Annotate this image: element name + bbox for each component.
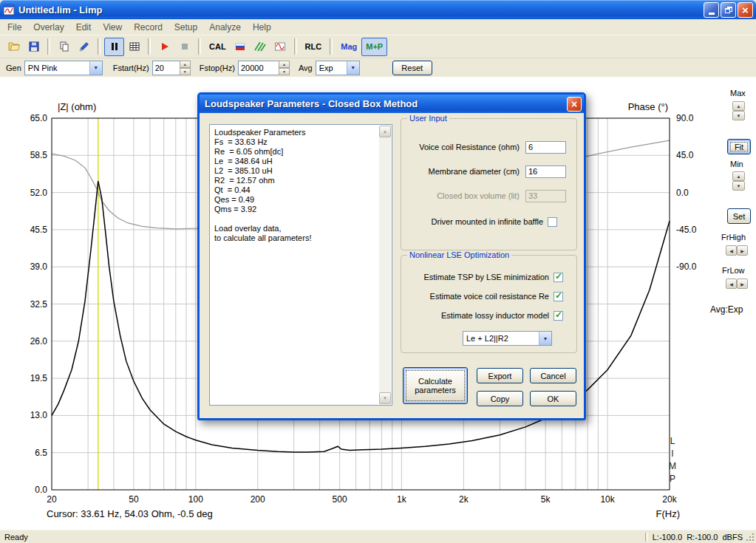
svg-text:0.0: 0.0	[676, 188, 689, 198]
edit-pen-button[interactable]	[74, 38, 94, 56]
membrane-diameter-row: Membrane diameter (cm)	[406, 165, 566, 178]
signal-generator-button[interactable]	[270, 38, 290, 56]
voice-coil-resistance-row: Voice coil Resistance (ohm)	[406, 140, 566, 154]
title-bar: Untitled.lim - Limp ×	[0, 0, 756, 19]
minimize-button[interactable]	[704, 2, 719, 18]
svg-text:58.5: 58.5	[30, 150, 48, 160]
estimate-re-checkbox[interactable]	[554, 292, 563, 301]
copy-button[interactable]: Copy	[477, 391, 523, 406]
menu-view[interactable]: View	[97, 21, 128, 34]
spin-up-icon[interactable]: ▲	[279, 61, 290, 68]
infinite-baffle-checkbox[interactable]	[548, 217, 557, 227]
svg-text:39.0: 39.0	[30, 262, 48, 272]
menu-help[interactable]: Help	[247, 21, 277, 34]
estimate-inductor-checkbox[interactable]	[554, 311, 563, 321]
play-icon	[159, 41, 171, 52]
open-folder-icon	[8, 41, 20, 52]
spin-up-icon[interactable]: ▲	[180, 61, 191, 68]
dialog-close-button[interactable]: ×	[567, 97, 582, 112]
closed-box-volume-input	[525, 190, 566, 202]
fstop-spinner[interactable]: ▲ ▼	[279, 61, 290, 75]
min-label: Min	[730, 160, 743, 168]
parameters-textbox[interactable]: Loudspeaker Parameters Fs = 33.63 Hz Re …	[209, 124, 392, 406]
copy-button[interactable]	[54, 38, 74, 56]
restore-button[interactable]	[721, 2, 736, 18]
rlc-button[interactable]: RLC	[301, 38, 327, 56]
frhigh-right-button[interactable]: ▶	[737, 245, 748, 256]
menu-setup[interactable]: Setup	[168, 21, 203, 34]
frlow-right-button[interactable]: ▶	[737, 279, 748, 289]
menu-file[interactable]: File	[1, 21, 27, 34]
save-floppy-icon	[28, 41, 40, 52]
inductor-model-value: Le + L2||R2	[463, 334, 539, 343]
menu-overlay[interactable]: Overlay	[27, 21, 69, 34]
resize-grip[interactable]	[745, 532, 755, 542]
toolbar-separator	[294, 38, 297, 55]
scrollbar[interactable]: ▲ ▼	[379, 126, 391, 404]
record-button[interactable]	[154, 38, 174, 56]
min-down-button[interactable]: ▼	[732, 181, 745, 191]
level-meter-readout: L:-100.0 R:-100.0 dBFS	[653, 533, 756, 542]
export-button[interactable]: Export	[477, 368, 523, 383]
fstart-spinner[interactable]: ▲ ▼	[180, 61, 191, 75]
pause-icon	[109, 41, 120, 52]
spectrum-button[interactable]	[251, 38, 270, 56]
pause-button[interactable]	[104, 38, 124, 56]
frhigh-left-button[interactable]: ◀	[726, 245, 737, 256]
fstop-label: Fstop(Hz)	[200, 64, 235, 72]
set-button[interactable]: Set	[727, 208, 751, 224]
voice-coil-resistance-input[interactable]	[525, 141, 566, 154]
membrane-diameter-input[interactable]	[525, 165, 566, 178]
calculate-parameters-button[interactable]: Calculate parameters	[403, 367, 468, 404]
save-button[interactable]	[24, 38, 44, 56]
scroll-down-icon[interactable]: ▼	[379, 392, 391, 404]
infinite-baffle-row: Driver mounted in infinite baffle	[406, 216, 557, 227]
svg-text:5k: 5k	[541, 494, 551, 505]
menu-edit[interactable]: Edit	[70, 21, 98, 34]
svg-text:45.0: 45.0	[676, 150, 694, 160]
copy-icon	[58, 41, 70, 52]
scroll-up-icon[interactable]: ▲	[379, 126, 391, 137]
inductor-model-select[interactable]: Le + L2||R2 ▼	[463, 331, 552, 346]
limp-watermark: P	[670, 474, 675, 484]
ok-button[interactable]: OK	[530, 391, 576, 406]
menu-analyze[interactable]: Analyze	[203, 21, 247, 34]
close-button[interactable]: ×	[738, 2, 753, 18]
estimate-tsp-checkbox[interactable]	[554, 273, 563, 282]
closed-box-volume-row: Closed box volume (lit)	[406, 189, 566, 202]
svg-text:200: 200	[251, 494, 265, 505]
fit-button[interactable]: Fit	[727, 139, 751, 154]
generator-select[interactable]: PN Pink ▼	[24, 61, 103, 75]
stop-button[interactable]	[174, 38, 194, 56]
estimate-inductor-label: Estimate lossy inductor model	[441, 311, 554, 320]
max-up-button[interactable]: ▲	[732, 101, 745, 111]
avg-select[interactable]: Exp ▼	[316, 61, 360, 75]
frhigh-label: FrHigh	[721, 233, 746, 242]
reset-button[interactable]: Reset	[392, 61, 432, 75]
min-up-button[interactable]: ▲	[732, 171, 745, 181]
mag-button[interactable]: Mag	[336, 38, 361, 56]
spin-down-icon[interactable]: ▼	[279, 68, 290, 75]
table-icon	[129, 41, 140, 52]
menu-record[interactable]: Record	[128, 21, 168, 34]
max-down-button[interactable]: ▼	[732, 111, 745, 120]
calibration-device-button[interactable]	[231, 38, 251, 56]
max-spinner: ▲ ▼	[732, 101, 745, 120]
sine-wave-icon	[274, 41, 286, 52]
mag-phase-button[interactable]: M+P	[361, 38, 387, 56]
chevron-down-icon[interactable]: ▼	[347, 61, 359, 75]
minimize-icon	[709, 13, 715, 15]
table-view-button[interactable]	[124, 38, 144, 56]
fstart-input[interactable]	[152, 61, 180, 75]
cancel-button[interactable]: Cancel	[530, 368, 576, 383]
y-left-axis-title: |Z| (ohm)	[58, 101, 96, 112]
fstart-label: Fstart(Hz)	[113, 64, 149, 72]
frhigh-spinner: ◀ ▶	[726, 245, 748, 256]
fstop-input[interactable]	[238, 61, 279, 75]
chevron-down-icon[interactable]: ▼	[89, 61, 102, 75]
frlow-left-button[interactable]: ◀	[726, 279, 737, 289]
spin-down-icon[interactable]: ▼	[180, 68, 191, 75]
open-button[interactable]	[4, 38, 24, 56]
cal-button[interactable]: CAL	[205, 38, 231, 56]
chevron-down-icon[interactable]: ▼	[539, 332, 551, 345]
